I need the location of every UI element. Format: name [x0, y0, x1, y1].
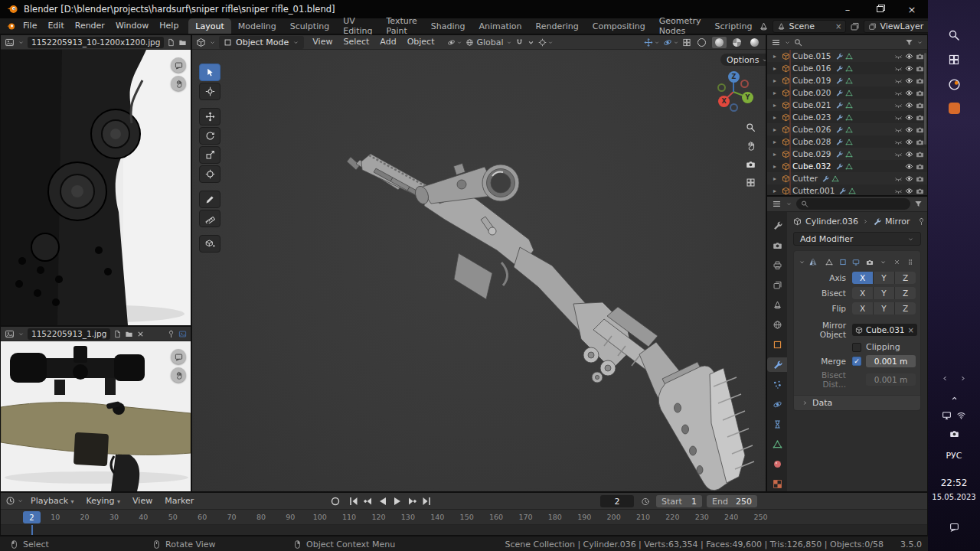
properties-editor-icon[interactable]	[772, 199, 782, 209]
tab-render[interactable]	[768, 238, 786, 253]
viewport-menu-item[interactable]: Add	[374, 35, 401, 50]
options-dropdown[interactable]: Options	[720, 54, 766, 66]
orientation-dropdown[interactable]: Global	[466, 37, 511, 47]
show-in-viewport-icon[interactable]	[905, 88, 913, 98]
pin-icon[interactable]	[167, 329, 175, 339]
outliner-row[interactable]: ▸ Cube.026	[767, 123, 927, 135]
image-editor-icon[interactable]	[5, 329, 15, 339]
search-icon[interactable]	[794, 37, 802, 47]
new-image-button[interactable]	[113, 329, 122, 339]
hide-in-viewport-icon[interactable]	[894, 51, 903, 61]
bisect-y-button[interactable]: Y	[874, 287, 894, 299]
gizmo-minus-z-axis[interactable]	[730, 103, 738, 112]
clock-date[interactable]: 15.05.2023	[928, 493, 980, 501]
expand-arrow-icon[interactable]: ▸	[773, 163, 779, 170]
outliner-editor-icon[interactable]	[771, 37, 781, 47]
viewport-menu-item[interactable]: View	[307, 35, 338, 50]
mirror-object-field[interactable]: Cube.031 ×	[852, 324, 917, 336]
browser-app-icon[interactable]	[928, 78, 980, 91]
expand-arrow-icon[interactable]: ▸	[773, 65, 779, 72]
unlink-image-button[interactable]	[190, 37, 191, 47]
axis-x-button[interactable]: X	[852, 272, 873, 284]
expand-arrow-icon[interactable]: ▸	[773, 139, 779, 145]
tool-add-cube[interactable]	[199, 235, 220, 253]
workspace-tab[interactable]: Animation	[472, 18, 528, 34]
hide-in-viewport-icon[interactable]	[894, 125, 903, 135]
playback-menu[interactable]: Playback ▾	[25, 494, 80, 509]
hide-in-viewport-icon[interactable]	[894, 64, 903, 73]
open-image-button[interactable]	[178, 37, 187, 47]
outliner-row[interactable]: ▸ Cube.020	[767, 86, 927, 99]
flip-x-button[interactable]: X	[852, 302, 873, 315]
task-view-icon[interactable]	[928, 54, 980, 66]
show-in-viewport-icon[interactable]	[905, 174, 913, 184]
expand-arrow-icon[interactable]: ▸	[773, 102, 779, 109]
merge-checkbox[interactable]: ✓	[852, 357, 861, 366]
play-button[interactable]	[390, 494, 403, 507]
hide-in-viewport-icon[interactable]	[894, 149, 903, 159]
previous-keyframe-button[interactable]	[361, 494, 374, 507]
tab-material[interactable]	[768, 457, 786, 471]
clear-object-icon[interactable]: ×	[908, 326, 914, 334]
hide-in-viewport-icon[interactable]	[894, 112, 903, 122]
tab-view-layer[interactable]	[768, 278, 786, 292]
workspace-tab[interactable]: Geometry Nodes	[652, 18, 708, 34]
pinned-app-icon[interactable]	[928, 103, 980, 114]
tool-select-box[interactable]	[199, 64, 220, 81]
image-editor-icon[interactable]	[5, 37, 15, 47]
flip-z-button[interactable]: Z	[895, 302, 916, 315]
snap-toggle[interactable]	[515, 37, 524, 47]
bisect-x-button[interactable]: X	[852, 287, 873, 299]
tab-scene[interactable]	[768, 298, 786, 312]
tool-measure[interactable]	[199, 210, 220, 227]
flip-y-button[interactable]: Y	[874, 302, 894, 315]
show-in-viewport-icon[interactable]	[905, 112, 913, 122]
workspace-tab[interactable]: Rendering	[529, 18, 586, 34]
viewlayer-browse-icon[interactable]	[850, 21, 860, 31]
axis-y-button[interactable]: Y	[874, 272, 894, 284]
hide-in-viewport-icon[interactable]	[894, 186, 903, 196]
rifle-3d-model[interactable]	[192, 50, 766, 491]
disable-in-render-icon[interactable]	[916, 125, 924, 135]
zoom-icon[interactable]	[746, 122, 756, 132]
viewport-editor-icon[interactable]	[196, 37, 206, 47]
pan-hand-icon[interactable]	[746, 141, 756, 151]
tool-transform[interactable]	[199, 165, 220, 183]
show-in-viewport-icon[interactable]	[905, 51, 913, 61]
jump-to-start-button[interactable]	[347, 494, 360, 507]
annotation-overlay-button[interactable]	[171, 349, 186, 364]
tool-cursor[interactable]	[199, 83, 220, 100]
jump-to-end-button[interactable]	[420, 494, 433, 507]
search-icon[interactable]	[928, 29, 980, 41]
tab-output[interactable]	[768, 258, 786, 272]
breadcrumb-object[interactable]: Cylinder.036	[805, 217, 858, 227]
minimize-button[interactable]: –	[831, 0, 864, 18]
expand-arrow-icon[interactable]: ▸	[773, 53, 779, 60]
expand-arrow-icon[interactable]: ▸	[773, 77, 779, 84]
clipping-checkbox[interactable]	[852, 343, 861, 352]
show-in-viewport-icon[interactable]	[905, 64, 913, 73]
disable-in-render-icon[interactable]	[916, 51, 924, 61]
disable-in-render-icon[interactable]	[916, 161, 924, 171]
on-cage-toggle[interactable]	[824, 256, 835, 268]
workspace-tab[interactable]: Scripting	[708, 18, 760, 34]
shading-wireframe-button[interactable]	[694, 37, 709, 48]
outliner-row[interactable]: ▸ Cube.028	[767, 135, 927, 148]
play-reverse-button[interactable]	[376, 494, 389, 507]
show-hidden-icons-button[interactable]	[928, 393, 980, 403]
shading-rendered-button[interactable]	[747, 37, 762, 48]
timeline-track[interactable]	[1, 525, 927, 535]
camera-view-icon[interactable]	[746, 159, 756, 169]
expand-arrow-icon[interactable]: ▸	[773, 114, 779, 121]
current-frame-marker[interactable]: 2	[23, 511, 41, 523]
tray-extra-icon[interactable]	[928, 429, 980, 439]
show-in-viewport-icon[interactable]	[905, 125, 913, 135]
disable-in-render-icon[interactable]	[916, 112, 924, 122]
outliner-row[interactable]: ▸ Cube.021	[767, 99, 927, 111]
image-display-toggle[interactable]	[178, 329, 187, 339]
disable-in-render-icon[interactable]	[916, 88, 924, 98]
show-overlays-toggle[interactable]	[663, 37, 679, 47]
gizmo-minus-x-axis[interactable]	[740, 80, 749, 88]
viewport-menu-item[interactable]: Select	[338, 35, 374, 50]
auto-key-toggle[interactable]	[328, 494, 341, 507]
